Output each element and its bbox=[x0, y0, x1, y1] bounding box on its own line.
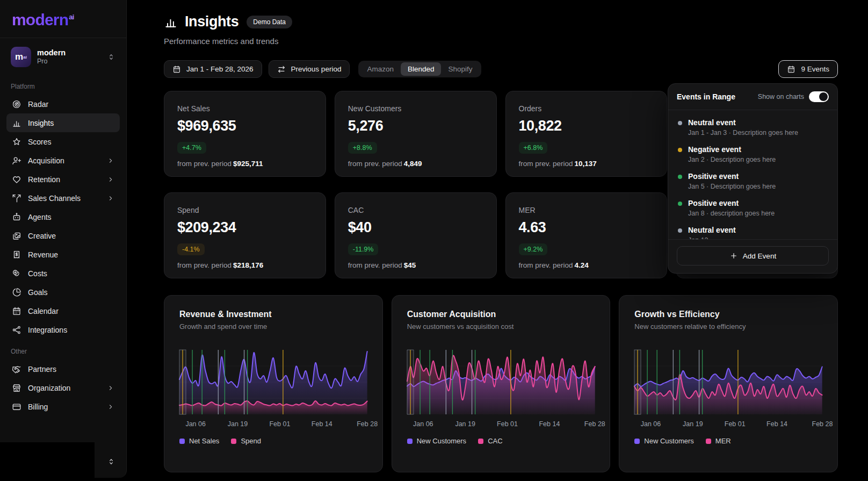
metric-prev-period: from prev. period$218,176 bbox=[177, 261, 313, 269]
events-button[interactable]: 9 Events bbox=[778, 60, 838, 78]
x-tick-label: Feb 28 bbox=[812, 420, 833, 428]
event-title: Negative event bbox=[688, 145, 776, 154]
metric-delta-badge: +9.2% bbox=[519, 243, 548, 255]
nav-section-label: Platform bbox=[11, 83, 115, 90]
add-event-button[interactable]: Add Event bbox=[677, 246, 829, 265]
x-tick-label: Jan 06 bbox=[413, 420, 433, 428]
chart-plot bbox=[407, 350, 595, 414]
sidebar-item-acquisition[interactable]: Acquisition bbox=[6, 151, 120, 170]
event-item[interactable]: Positive eventJan 5 · Description goes h… bbox=[678, 172, 828, 190]
metric-card-cac: CAC$40-11.9%from prev. period$45 bbox=[335, 192, 497, 278]
sidebar-item-revenue[interactable]: Revenue bbox=[6, 245, 120, 264]
chart-legend: New CustomersCAC bbox=[407, 437, 595, 445]
images-icon bbox=[12, 231, 21, 241]
sidebar-item-sales-channels[interactable]: Sales Channels bbox=[6, 189, 120, 207]
sidebar-item-partners[interactable]: Partners bbox=[6, 360, 120, 378]
chart-title: Growth vs Efficiency bbox=[634, 310, 822, 319]
sidebar-item-goals[interactable]: Goals bbox=[6, 283, 120, 301]
metric-value: $209,234 bbox=[177, 219, 313, 236]
sidebar-item-scores[interactable]: Scores bbox=[6, 132, 120, 151]
sidebar-divider bbox=[0, 38, 126, 38]
source-option-blended[interactable]: Blended bbox=[401, 62, 442, 76]
x-tick-label: Jan 19 bbox=[228, 420, 248, 428]
arrow-right-left-icon bbox=[277, 65, 286, 74]
metric-delta-badge: -11.9% bbox=[348, 243, 379, 255]
metric-card-new-customers: New Customers5,276+8.8%from prev. period… bbox=[335, 91, 497, 177]
legend-label: Net Sales bbox=[189, 437, 219, 445]
chevron-right-icon bbox=[107, 157, 114, 164]
demo-data-badge: Demo Data bbox=[247, 16, 292, 28]
split-icon bbox=[12, 193, 21, 203]
workspace-switcher[interactable]: mai modern Pro bbox=[6, 43, 120, 71]
x-tick-label: Feb 28 bbox=[584, 420, 605, 428]
event-title: Neutral event bbox=[688, 226, 736, 234]
source-option-amazon[interactable]: Amazon bbox=[360, 62, 401, 76]
event-dot bbox=[678, 148, 682, 152]
sidebar-item-integrations[interactable]: Integrations bbox=[6, 320, 120, 339]
metric-value: 4.63 bbox=[519, 219, 654, 236]
legend-label: CAC bbox=[488, 437, 502, 445]
events-panel-header: Events in Range Show on charts bbox=[668, 84, 837, 110]
sidebar-collapse-button[interactable] bbox=[106, 456, 117, 467]
sidebar-item-label: Scores bbox=[28, 138, 52, 146]
show-on-charts-toggle[interactable] bbox=[809, 91, 829, 102]
sidebar-item-agents[interactable]: Agents bbox=[6, 207, 120, 226]
source-option-shopify[interactable]: Shopify bbox=[441, 62, 479, 76]
sidebar-item-label: Creative bbox=[28, 232, 56, 240]
user-plus-icon bbox=[12, 156, 21, 166]
legend-label: MER bbox=[715, 437, 731, 445]
sidebar-item-creative[interactable]: Creative bbox=[6, 226, 120, 245]
sidebar-item-label: Agents bbox=[28, 213, 52, 221]
sidebar-item-costs[interactable]: Costs bbox=[6, 264, 120, 283]
sidebar-item-retention[interactable]: Retention bbox=[6, 170, 120, 189]
chevron-right-icon bbox=[107, 384, 114, 392]
metric-prev-period: from prev. period10,137 bbox=[519, 160, 654, 168]
event-meta: Jan 5 · Description goes here bbox=[688, 183, 776, 190]
chevron-right-icon bbox=[107, 176, 114, 183]
toggle-knob bbox=[819, 92, 828, 101]
legend-item-cac: CAC bbox=[478, 437, 502, 445]
workspace-plan: Pro bbox=[37, 58, 66, 66]
sidebar-item-label: Radar bbox=[28, 100, 48, 109]
legend-item-mer: MER bbox=[706, 437, 731, 445]
logo-ai-sup: ai bbox=[69, 13, 74, 21]
chart-x-ticks: Jan 06Jan 19Feb 01Feb 14Feb 28 bbox=[634, 420, 822, 429]
event-item[interactable]: Neutral eventJan 1 - Jan 3 · Description… bbox=[678, 118, 828, 137]
chart-card-revenue-investment: Revenue & InvestmentGrowth and spend ove… bbox=[164, 295, 383, 472]
event-title: Positive event bbox=[688, 172, 776, 181]
chevron-right-icon bbox=[107, 195, 114, 202]
sidebar-item-calendar[interactable]: Calendar bbox=[6, 301, 120, 320]
radar-icon bbox=[12, 99, 21, 109]
chart-x-ticks: Jan 06Jan 19Feb 01Feb 14Feb 28 bbox=[179, 420, 367, 429]
sidebar-item-organization[interactable]: Organization bbox=[6, 378, 120, 397]
event-item[interactable]: Neutral eventJan 13 bbox=[678, 226, 828, 239]
event-meta: Jan 13 bbox=[688, 236, 736, 239]
sidebar-item-label: Billing bbox=[28, 403, 48, 411]
bar-chart-icon bbox=[164, 15, 178, 29]
metric-value: 10,822 bbox=[519, 118, 654, 134]
event-dot bbox=[678, 121, 682, 125]
legend-label: New Customers bbox=[644, 437, 693, 445]
compare-period-button[interactable]: Previous period bbox=[269, 60, 350, 78]
sidebar-item-label: Integrations bbox=[28, 326, 67, 334]
pie-chart-icon bbox=[12, 288, 21, 297]
event-item[interactable]: Negative eventJan 2 · Description goes h… bbox=[678, 145, 828, 163]
chart-subtitle: Growth and spend over time bbox=[179, 322, 367, 331]
legend-swatch bbox=[231, 439, 236, 444]
metric-prev-period: from prev. period4,849 bbox=[348, 160, 483, 168]
nav-section-label: Other bbox=[11, 348, 115, 355]
sidebar-nav: PlatformRadarInsightsScoresAcquisitionRe… bbox=[0, 73, 126, 416]
star-icon bbox=[12, 137, 21, 147]
metric-card-orders: Orders10,822+6.8%from prev. period10,137 bbox=[505, 91, 668, 177]
chart-card-growth-vs-efficiency: Growth vs EfficiencyNew customers relati… bbox=[619, 295, 838, 472]
sidebar-item-label: Sales Channels bbox=[28, 194, 81, 203]
chevrons-up-down-icon bbox=[107, 53, 115, 61]
sidebar-item-radar[interactable]: Radar bbox=[6, 95, 120, 113]
sidebar-item-billing[interactable]: Billing bbox=[6, 397, 120, 416]
x-tick-label: Jan 06 bbox=[185, 420, 206, 428]
event-item[interactable]: Positive eventJan 8 · description goes h… bbox=[678, 199, 828, 217]
sidebar-item-label: Acquisition bbox=[28, 156, 64, 165]
sidebar-item-insights[interactable]: Insights bbox=[6, 113, 120, 132]
date-range-button[interactable]: Jan 1 - Feb 28, 2026 bbox=[164, 60, 262, 78]
metric-prev-period: from prev. period$925,711 bbox=[177, 160, 313, 168]
